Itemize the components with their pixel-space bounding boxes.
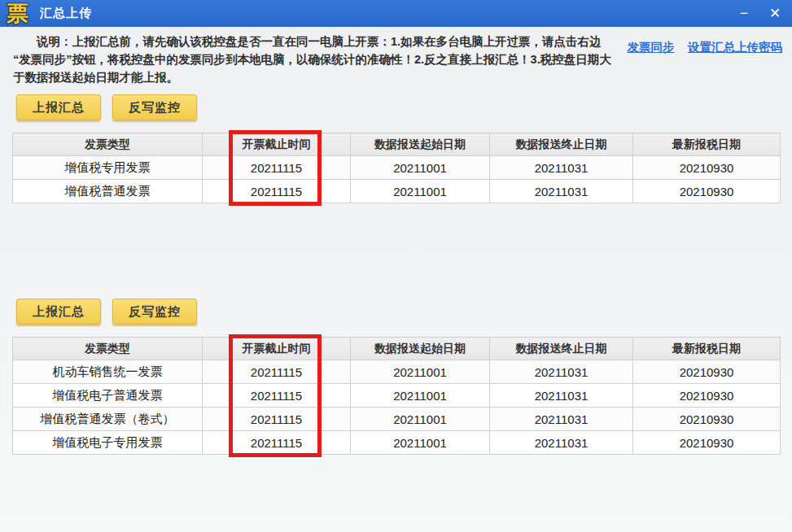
table-cell: 增值税专用发票 <box>13 156 203 180</box>
table-cell: 20210930 <box>633 384 781 408</box>
table-cell: 20211001 <box>351 180 490 203</box>
table-cell: 20211031 <box>490 180 633 203</box>
top-links: 发票同步 设置汇总上传密码 <box>618 40 782 86</box>
titlebar: 票 汇总上传 − ✕ <box>0 0 792 27</box>
table-header-cell: 发票类型 <box>13 338 203 360</box>
report-summary-button[interactable]: 上报汇总 <box>16 94 101 120</box>
notice-row: 说明：上报汇总前，请先确认该税控盘是否一直在同一电脑上开票：1.如果在多台电脑上… <box>0 27 792 86</box>
table-cell: 20211031 <box>490 408 633 431</box>
writeback-monitor-button[interactable]: 反写监控 <box>112 94 197 120</box>
table-cell: 20211115 <box>203 408 351 431</box>
invoice-table-2: 发票类型开票截止时间数据报送起始日期数据报送终止日期最新报税日期机动车销售统一发… <box>12 337 780 455</box>
table-cell: 20211115 <box>203 180 351 203</box>
table-header-cell: 数据报送终止日期 <box>490 133 633 156</box>
table-cell: 20211031 <box>490 384 633 408</box>
table-cell: 20210930 <box>633 431 781 455</box>
table-cell: 20211001 <box>351 431 490 455</box>
notice-text: 说明：上报汇总前，请先确认该税控盘是否一直在同一电脑上开票：1.如果在多台电脑上… <box>13 33 615 86</box>
table-cell: 20211031 <box>490 360 633 384</box>
table-cell: 20211001 <box>351 156 490 180</box>
close-icon[interactable]: ✕ <box>766 7 784 20</box>
report-summary-button[interactable]: 上报汇总 <box>16 299 101 325</box>
table-header-row: 发票类型开票截止时间数据报送起始日期数据报送终止日期最新报税日期 <box>13 133 781 156</box>
table-header-cell: 数据报送终止日期 <box>490 338 633 360</box>
table-header-cell: 最新报税日期 <box>633 133 781 156</box>
table-row: 增值税普通发票20211115202110012021103120210930 <box>13 180 781 203</box>
table-cell: 20211115 <box>203 431 351 455</box>
table-cell: 20210930 <box>633 156 781 180</box>
table-cell: 20210930 <box>633 180 781 203</box>
table-header-cell: 数据报送起始日期 <box>351 338 490 360</box>
table-cell: 20211031 <box>490 431 633 455</box>
table-row: 增值税专用发票20211115202110012021103120210930 <box>13 156 781 180</box>
table-header-cell: 数据报送起始日期 <box>351 133 490 156</box>
table-cell: 20210930 <box>633 360 781 384</box>
table-cell: 20211115 <box>203 384 351 408</box>
invoice-table-1: 发票类型开票截止时间数据报送起始日期数据报送终止日期最新报税日期增值税专用发票2… <box>12 133 780 203</box>
writeback-monitor-button[interactable]: 反写监控 <box>112 299 197 325</box>
table-cell: 增值税普通发票 <box>13 180 203 203</box>
section2-buttons: 上报汇总 反写监控 <box>16 299 792 325</box>
invoice-table: 发票类型开票截止时间数据报送起始日期数据报送终止日期最新报税日期增值税专用发票2… <box>12 133 781 203</box>
table-cell: 20211001 <box>351 384 490 408</box>
table-cell: 增值税普通发票（卷式） <box>13 408 203 431</box>
table-cell: 20210930 <box>633 408 781 431</box>
table-header-cell: 最新报税日期 <box>633 338 781 360</box>
set-upload-password-link[interactable]: 设置汇总上传密码 <box>688 41 782 54</box>
minimize-icon[interactable]: − <box>735 7 753 20</box>
table-header-row: 发票类型开票截止时间数据报送起始日期数据报送终止日期最新报税日期 <box>13 338 781 360</box>
table-cell: 20211001 <box>351 408 490 431</box>
table-row: 增值税电子普通发票2021111520211001202110312021093… <box>13 384 781 408</box>
table-row: 增值税普通发票（卷式）20211115202110012021103120210… <box>13 408 781 431</box>
table-header-cell: 开票截止时间 <box>203 133 351 156</box>
table-header-cell: 发票类型 <box>13 133 203 156</box>
table-cell: 20211115 <box>203 156 351 180</box>
invoice-sync-link[interactable]: 发票同步 <box>628 41 675 54</box>
table-cell: 20211031 <box>490 156 633 180</box>
window-controls: − ✕ <box>735 7 784 20</box>
table-row: 增值税电子专用发票2021111520211001202110312021093… <box>13 431 781 455</box>
app-logo-icon: 票 <box>7 2 28 26</box>
table-cell: 增值税电子专用发票 <box>13 431 203 455</box>
invoice-table: 发票类型开票截止时间数据报送起始日期数据报送终止日期最新报税日期机动车销售统一发… <box>12 337 781 455</box>
table-cell: 增值税电子普通发票 <box>13 384 203 408</box>
window-title: 汇总上传 <box>40 6 92 21</box>
table-header-cell: 开票截止时间 <box>203 338 351 360</box>
section1-buttons: 上报汇总 反写监控 <box>16 94 792 120</box>
table-row: 机动车销售统一发票2021111520211001202110312021093… <box>13 360 781 384</box>
table-cell: 20211001 <box>351 360 490 384</box>
table-cell: 机动车销售统一发票 <box>13 360 203 384</box>
table-cell: 20211115 <box>203 360 351 384</box>
